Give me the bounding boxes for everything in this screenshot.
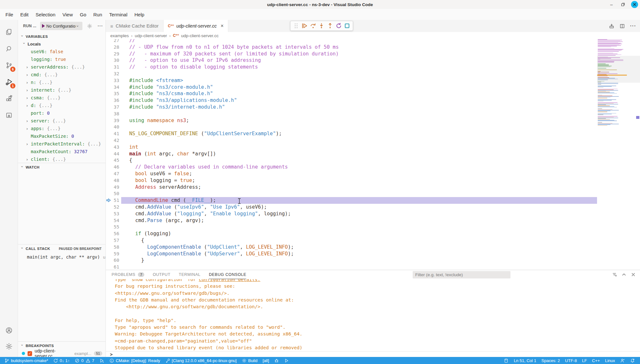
drag-handle-icon[interactable] — [293, 23, 299, 29]
variable-row[interactable]: ›csma: {...} — [18, 94, 105, 102]
debug-config-dropdown[interactable]: No Configurations › — [40, 22, 82, 30]
menu-view[interactable]: View — [59, 9, 76, 20]
minimap-viewport[interactable] — [597, 56, 640, 83]
code-line[interactable]: 40 — [106, 124, 597, 130]
git-branch-status[interactable]: buildsystem-cmake* — [2, 357, 51, 364]
gutter[interactable]: 31 — [106, 64, 121, 70]
gutter[interactable]: 32 — [106, 70, 121, 77]
locals-group[interactable]: › Locals — [18, 40, 105, 47]
code-line[interactable]: 46 // Declare variables used in command-… — [106, 164, 597, 170]
menu-run[interactable]: Run — [90, 9, 106, 20]
variable-row[interactable]: ›serverAddress: {...} — [18, 63, 105, 71]
split-editor-icon[interactable] — [619, 23, 625, 29]
variable-row[interactable]: ›n: {...} — [18, 79, 105, 86]
menu-go[interactable]: Go — [76, 9, 90, 20]
ellipsis-icon[interactable]: ··· — [630, 23, 636, 29]
close-icon[interactable]: ✕ — [631, 1, 638, 8]
gutter[interactable]: 43 — [106, 144, 121, 151]
cmake-target[interactable]: [all] — [260, 357, 272, 364]
code-line[interactable]: 44main (int argc, char *argv[]) — [106, 151, 597, 157]
code-line[interactable]: 36#include "ns3/applications-module.h" — [106, 97, 597, 104]
encoding[interactable]: UTF-8 — [562, 357, 579, 364]
code-line[interactable]: 43int — [106, 144, 597, 151]
breadcrumb-item[interactable]: udp-client-server — [135, 33, 167, 38]
variable-row[interactable]: useV6: false — [18, 48, 105, 55]
restore-icon[interactable] — [619, 1, 627, 8]
code-line[interactable]: 30// - option to use IPv4 or IPv6 addres… — [106, 57, 597, 64]
sync-status[interactable]: 0↓ 1↑ — [51, 357, 72, 364]
variable-row[interactable]: ›apps: {...} — [18, 125, 105, 132]
gutter[interactable]: 59 — [106, 251, 121, 257]
code-line[interactable]: 33#include <fstream> — [106, 77, 597, 84]
settings-button[interactable] — [0, 339, 18, 354]
code-line[interactable]: 45{ — [106, 157, 597, 164]
more-actions-icon[interactable]: ··· — [97, 23, 103, 29]
gutter[interactable]: 49 — [106, 184, 121, 191]
feedback[interactable] — [618, 357, 627, 364]
code-line[interactable]: 47 bool useV6 = false; — [106, 170, 597, 177]
breadcrumb-item[interactable]: examples — [110, 33, 129, 38]
cmake-kit[interactable]: [Clang 12.0.0 x86_64-pc-linux-gnu] — [163, 357, 239, 364]
warning-count[interactable]: 7 — [83, 357, 97, 364]
code-line[interactable]: 27// — [106, 39, 597, 44]
gutter[interactable]: 29 — [106, 51, 121, 57]
debug-launch[interactable] — [97, 357, 107, 364]
eol[interactable]: LF — [579, 357, 589, 364]
code-line[interactable]: 52 cmd.AddValue ("useIpv6", "Use Ipv6", … — [106, 204, 597, 211]
code-line[interactable]: 38 — [106, 111, 597, 117]
code-line[interactable]: 32 — [106, 70, 597, 77]
panel-tab-problems[interactable]: PROBLEMS7 — [112, 270, 144, 279]
code-line[interactable]: 29// - maximum of 320 packets sent (or l… — [106, 51, 597, 57]
language-mode[interactable]: C++ — [589, 357, 602, 364]
continue-button[interactable] — [301, 23, 307, 29]
watch-section-header[interactable]: › WATCH — [18, 164, 105, 171]
gutter[interactable]: 51 — [106, 197, 121, 204]
gutter[interactable]: 27 — [106, 39, 121, 44]
cmake-status[interactable]: CMake: [Debug]: Ready — [107, 357, 163, 364]
tab-udp-client-server-cc[interactable]: C⁺⁺udp-client-server.cc× — [164, 20, 229, 32]
variable-row[interactable]: ›internet: {...} — [18, 86, 105, 94]
code-line[interactable]: 58 LogComponentEnable ("UdpClient", LOG_… — [106, 244, 597, 251]
variable-row[interactable]: ›interPacketInterval: {...} — [18, 140, 105, 148]
variables-section-header[interactable]: › VARIABLES — [18, 33, 105, 40]
menu-file[interactable]: File — [2, 9, 17, 20]
step-into-button[interactable] — [318, 23, 324, 29]
code-line[interactable]: 61 — [106, 264, 597, 270]
gutter[interactable]: 55 — [106, 224, 121, 230]
call-stack-section-header[interactable]: › CALL STACK PAUSED ON BREAKPOINT — [18, 245, 105, 252]
gutter[interactable]: 35 — [106, 90, 121, 97]
gutter[interactable]: 38 — [106, 111, 121, 117]
variable-row[interactable]: ›client: {...} — [18, 155, 105, 163]
code-line[interactable]: 35#include "ns3/csma-module.h" — [106, 90, 597, 97]
code-line[interactable]: 50 — [106, 190, 597, 197]
gutter[interactable]: 36 — [106, 97, 121, 104]
menu-selection[interactable]: Selection — [32, 9, 59, 20]
clear-console-icon[interactable] — [612, 272, 617, 277]
menu-edit[interactable]: Edit — [17, 9, 32, 20]
gutter[interactable]: 28 — [106, 44, 121, 51]
code-line[interactable]: 54 cmd.Parse (argc, argv); — [106, 217, 597, 224]
sidebar-item-search[interactable] — [0, 41, 18, 56]
gutter[interactable]: 50 — [106, 190, 121, 197]
close-tab-icon[interactable]: × — [221, 23, 223, 29]
panel-tab-debug-console[interactable]: DEBUG CONSOLE — [209, 270, 246, 279]
restart-button[interactable] — [336, 23, 342, 29]
maximize-panel-icon[interactable] — [621, 272, 627, 277]
variable-row[interactable]: maxPacketCount: 32767 — [18, 148, 105, 155]
database-status[interactable] — [501, 357, 511, 364]
code-line[interactable]: 49 Address serverAddress; — [106, 184, 597, 191]
code-line[interactable]: 41NS_LOG_COMPONENT_DEFINE ("UdpClientSer… — [106, 130, 597, 137]
cursor-position[interactable]: Ln 51, Col 1 — [511, 357, 539, 364]
code-line[interactable]: 34#include "ns3/core-module.h" — [106, 84, 597, 91]
variable-row[interactable]: ›cmd: {...} — [18, 71, 105, 79]
code-line[interactable]: 60 } — [106, 257, 597, 264]
cmake-debug[interactable] — [272, 357, 282, 364]
gutter[interactable]: 33 — [106, 77, 121, 84]
sidebar-item-source-control[interactable]: 6 — [0, 58, 18, 73]
gutter[interactable]: 45 — [106, 157, 121, 164]
gutter[interactable]: 61 — [106, 264, 121, 270]
breadcrumb-item[interactable]: udp-client-server.cc — [181, 33, 219, 38]
account-button[interactable] — [0, 323, 18, 338]
stack-frame[interactable]: main(int argc, char ** argv) u. — [18, 253, 105, 261]
gutter[interactable]: 44 — [106, 151, 121, 157]
